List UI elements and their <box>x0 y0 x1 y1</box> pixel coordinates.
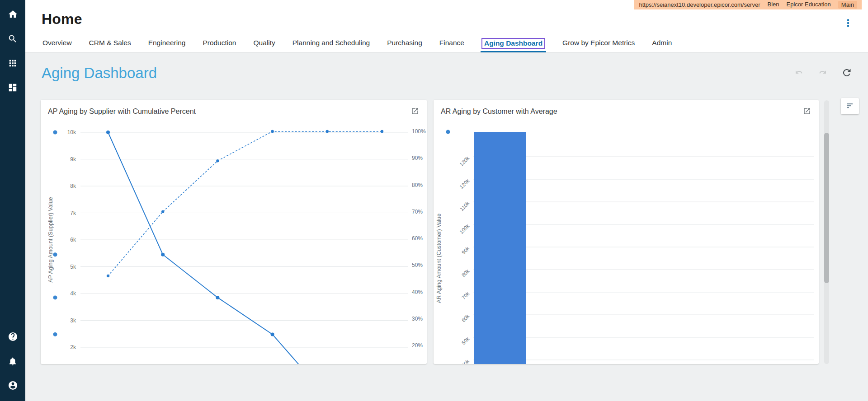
filter-button[interactable] <box>841 98 859 114</box>
account-icon <box>8 380 18 392</box>
svg-text:100k: 100k <box>458 223 470 235</box>
card-header: AP Aging by Supplier with Cumulative Per… <box>41 100 427 116</box>
tab-planning-and-scheduling[interactable]: Planning and Scheduling <box>292 39 371 52</box>
refresh-icon <box>841 73 852 79</box>
redo-icon <box>817 73 828 79</box>
dashboard-header-row: Aging Dashboard <box>25 53 868 82</box>
apps-icon <box>8 58 18 70</box>
dashboard-title: Aging Dashboard <box>42 65 157 82</box>
tab-label: Quality <box>253 39 275 47</box>
sidebar <box>0 0 25 401</box>
open-in-new-icon <box>803 110 811 117</box>
more-vertical-icon <box>843 23 854 30</box>
svg-text:8k: 8k <box>70 183 76 189</box>
svg-text:90k: 90k <box>461 246 471 256</box>
tab-label: Planning and Scheduling <box>292 39 370 47</box>
undo-button[interactable] <box>793 67 805 79</box>
tab-aging-dashboard[interactable]: Aging Dashboard <box>481 38 546 52</box>
svg-text:40%: 40% <box>412 289 423 295</box>
tab-quality[interactable]: Quality <box>252 39 276 52</box>
content-area: Aging Dashboard AP A <box>25 53 868 401</box>
tab-bar: OverviewCRM & SalesEngineeringProduction… <box>42 38 673 52</box>
overflow-menu-button[interactable] <box>842 17 854 30</box>
tab-label: Engineering <box>148 39 186 47</box>
search-icon <box>8 34 18 45</box>
filter-icon <box>844 100 855 112</box>
svg-text:80%: 80% <box>412 182 423 188</box>
svg-text:5k: 5k <box>70 264 76 270</box>
sidebar-item-search[interactable] <box>2 29 23 50</box>
ar-aging-chart: 130k120k110k100k90k80k70k60k50k40kAR Agi… <box>434 100 819 364</box>
open-in-new-icon <box>411 110 419 117</box>
tab-label: CRM & Sales <box>89 39 131 47</box>
tab-overview[interactable]: Overview <box>42 39 73 52</box>
card-ar-aging: AR Aging by Customer with Average 130k12… <box>434 100 819 364</box>
svg-text:6k: 6k <box>70 237 76 243</box>
environment-item: Bien <box>768 1 779 9</box>
sidebar-item-help[interactable] <box>2 327 23 348</box>
open-in-new-button[interactable] <box>802 107 811 116</box>
home-icon <box>8 9 18 21</box>
svg-text:80k: 80k <box>461 268 471 278</box>
dashboard-icon <box>8 83 18 94</box>
tab-grow-by-epicor-metrics[interactable]: Grow by Epicor Metrics <box>561 39 636 52</box>
tab-engineering[interactable]: Engineering <box>147 39 187 52</box>
dashboard-toolbar <box>793 67 853 79</box>
svg-text:10k: 10k <box>67 129 76 135</box>
svg-text:50k: 50k <box>461 336 471 346</box>
redo-button[interactable] <box>817 67 829 79</box>
refresh-button[interactable] <box>841 67 853 79</box>
card-title: AP Aging by Supplier with Cumulative Per… <box>48 107 196 116</box>
tab-label: Grow by Epicor Metrics <box>562 39 635 47</box>
tab-crm-sales[interactable]: CRM & Sales <box>88 39 132 52</box>
svg-text:100%: 100% <box>412 128 426 135</box>
tab-label: Production <box>203 39 236 47</box>
tab-production[interactable]: Production <box>202 39 237 52</box>
svg-text:130k: 130k <box>458 155 470 167</box>
environment-items: BienEpicor EducationMain <box>768 1 858 9</box>
svg-text:60%: 60% <box>412 235 423 242</box>
tab-label: Admin <box>652 39 672 47</box>
vertical-scrollbar-thumb[interactable] <box>824 133 829 283</box>
svg-text:40k: 40k <box>461 359 471 364</box>
tab-finance[interactable]: Finance <box>439 39 465 52</box>
svg-text:4k: 4k <box>70 290 76 297</box>
card-title: AR Aging by Customer with Average <box>441 107 557 116</box>
ap-aging-chart: 10k9k8k7k6k5k4k3k2k100%90%80%70%60%50%40… <box>41 100 427 364</box>
tab-label: Aging Dashboard <box>481 38 545 49</box>
svg-text:60k: 60k <box>461 313 471 323</box>
svg-text:9k: 9k <box>70 156 76 163</box>
svg-text:110k: 110k <box>459 200 471 212</box>
notifications-icon <box>8 356 18 368</box>
sidebar-item-home[interactable] <box>2 5 23 25</box>
svg-text:70k: 70k <box>461 291 471 301</box>
sidebar-item-apps[interactable] <box>2 53 23 74</box>
environment-url: https://seianext10.developer.epicor.com/… <box>639 1 760 8</box>
svg-text:30%: 30% <box>412 316 423 322</box>
svg-text:3k: 3k <box>70 317 76 324</box>
svg-text:70%: 70% <box>412 209 423 215</box>
open-in-new-button[interactable] <box>410 107 420 116</box>
svg-text:20%: 20% <box>412 342 423 349</box>
tab-admin[interactable]: Admin <box>651 39 673 52</box>
tab-purchasing[interactable]: Purchasing <box>386 39 423 52</box>
tab-label: Finance <box>439 39 464 47</box>
dashboard-cards-row: AP Aging by Supplier with Cumulative Per… <box>41 100 819 364</box>
svg-text:50%: 50% <box>412 262 423 268</box>
svg-text:120k: 120k <box>458 178 470 190</box>
undo-icon <box>793 73 804 79</box>
vertical-scrollbar-track[interactable] <box>824 100 829 364</box>
svg-text:90%: 90% <box>412 155 423 161</box>
environment-item: Epicor Education <box>787 1 831 9</box>
sidebar-item-account[interactable] <box>2 376 23 396</box>
sidebar-item-notifications[interactable] <box>2 351 23 372</box>
sidebar-item-dashboards[interactable] <box>2 78 23 98</box>
svg-text:7k: 7k <box>70 210 76 216</box>
svg-text:AP Aging Amount (Supplier) Val: AP Aging Amount (Supplier) Value <box>47 197 54 282</box>
environment-item: Main <box>838 1 857 9</box>
card-header: AR Aging by Customer with Average <box>434 100 819 116</box>
tab-label: Overview <box>42 39 72 47</box>
card-ap-aging: AP Aging by Supplier with Cumulative Per… <box>41 100 427 364</box>
main-area: Home OverviewCRM & SalesEngineeringProdu… <box>25 0 868 401</box>
app-root: https://seianext10.developer.epicor.com/… <box>0 0 868 401</box>
